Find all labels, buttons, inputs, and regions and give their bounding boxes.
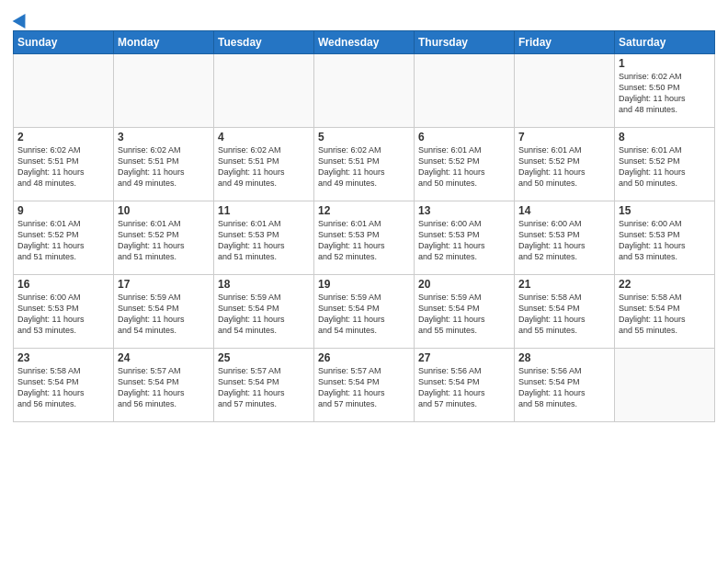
day-info: Sunrise: 6:01 AM Sunset: 5:53 PM Dayligh… <box>218 218 310 263</box>
weekday-header-sunday: Sunday <box>14 31 114 54</box>
day-info: Sunrise: 5:58 AM Sunset: 5:54 PM Dayligh… <box>17 365 109 410</box>
day-number: 11 <box>218 204 310 217</box>
day-cell: 6Sunrise: 6:01 AM Sunset: 5:52 PM Daylig… <box>415 128 515 201</box>
weekday-header-wednesday: Wednesday <box>314 31 415 54</box>
day-info: Sunrise: 6:00 AM Sunset: 5:53 PM Dayligh… <box>518 218 610 263</box>
day-number: 3 <box>118 131 210 144</box>
day-number: 4 <box>218 131 310 144</box>
day-info: Sunrise: 5:58 AM Sunset: 5:54 PM Dayligh… <box>518 292 610 337</box>
day-info: Sunrise: 5:57 AM Sunset: 5:54 PM Dayligh… <box>118 365 210 410</box>
day-info: Sunrise: 5:56 AM Sunset: 5:54 PM Dayligh… <box>518 365 610 410</box>
day-info: Sunrise: 6:00 AM Sunset: 5:53 PM Dayligh… <box>17 292 109 337</box>
day-info: Sunrise: 5:59 AM Sunset: 5:54 PM Dayligh… <box>118 292 210 337</box>
day-cell: 19Sunrise: 5:59 AM Sunset: 5:54 PM Dayli… <box>314 275 415 349</box>
day-info: Sunrise: 6:00 AM Sunset: 5:53 PM Dayligh… <box>619 218 711 263</box>
day-cell: 7Sunrise: 6:01 AM Sunset: 5:52 PM Daylig… <box>515 128 615 201</box>
day-number: 2 <box>17 131 109 144</box>
weekday-header-tuesday: Tuesday <box>214 31 314 54</box>
day-cell <box>515 54 615 128</box>
day-cell: 20Sunrise: 5:59 AM Sunset: 5:54 PM Dayli… <box>415 275 515 349</box>
day-info: Sunrise: 6:00 AM Sunset: 5:53 PM Dayligh… <box>418 218 510 263</box>
day-info: Sunrise: 6:01 AM Sunset: 5:53 PM Dayligh… <box>318 218 410 263</box>
day-info: Sunrise: 6:02 AM Sunset: 5:51 PM Dayligh… <box>218 144 310 190</box>
day-info: Sunrise: 5:57 AM Sunset: 5:54 PM Dayligh… <box>218 365 310 410</box>
day-info: Sunrise: 6:01 AM Sunset: 5:52 PM Dayligh… <box>518 144 610 190</box>
day-cell: 3Sunrise: 6:02 AM Sunset: 5:51 PM Daylig… <box>114 128 214 201</box>
logo-triangle-icon <box>13 10 32 29</box>
logo <box>13 13 29 26</box>
day-number: 7 <box>518 131 610 144</box>
day-number: 9 <box>17 204 109 217</box>
day-number: 17 <box>118 278 210 291</box>
day-number: 27 <box>418 351 510 364</box>
header <box>13 9 715 26</box>
day-info: Sunrise: 5:57 AM Sunset: 5:54 PM Dayligh… <box>318 365 410 410</box>
day-number: 16 <box>17 278 109 291</box>
day-cell: 13Sunrise: 6:00 AM Sunset: 5:53 PM Dayli… <box>415 201 515 275</box>
day-cell: 8Sunrise: 6:01 AM Sunset: 5:52 PM Daylig… <box>615 128 715 201</box>
weekday-header-saturday: Saturday <box>615 31 715 54</box>
day-cell <box>314 54 415 128</box>
day-cell: 9Sunrise: 6:01 AM Sunset: 5:52 PM Daylig… <box>14 201 114 275</box>
day-number: 12 <box>318 204 410 217</box>
page: SundayMondayTuesdayWednesdayThursdayFrid… <box>0 0 728 563</box>
week-row-1: 1Sunrise: 6:02 AM Sunset: 5:50 PM Daylig… <box>14 54 715 128</box>
day-number: 13 <box>418 204 510 217</box>
calendar: SundayMondayTuesdayWednesdayThursdayFrid… <box>13 30 715 422</box>
day-cell: 18Sunrise: 5:59 AM Sunset: 5:54 PM Dayli… <box>214 275 314 349</box>
weekday-header-thursday: Thursday <box>415 31 515 54</box>
day-cell: 26Sunrise: 5:57 AM Sunset: 5:54 PM Dayli… <box>314 349 415 422</box>
day-cell: 22Sunrise: 5:58 AM Sunset: 5:54 PM Dayli… <box>615 275 715 349</box>
day-cell: 23Sunrise: 5:58 AM Sunset: 5:54 PM Dayli… <box>14 349 114 422</box>
day-cell: 4Sunrise: 6:02 AM Sunset: 5:51 PM Daylig… <box>214 128 314 201</box>
day-info: Sunrise: 5:59 AM Sunset: 5:54 PM Dayligh… <box>418 292 510 337</box>
week-row-2: 2Sunrise: 6:02 AM Sunset: 5:51 PM Daylig… <box>14 128 715 201</box>
weekday-header-monday: Monday <box>114 31 214 54</box>
day-number: 28 <box>518 351 610 364</box>
day-number: 21 <box>518 278 610 291</box>
day-cell: 24Sunrise: 5:57 AM Sunset: 5:54 PM Dayli… <box>114 349 214 422</box>
day-cell <box>415 54 515 128</box>
day-info: Sunrise: 6:02 AM Sunset: 5:51 PM Dayligh… <box>118 144 210 190</box>
day-number: 24 <box>118 351 210 364</box>
day-cell: 1Sunrise: 6:02 AM Sunset: 5:50 PM Daylig… <box>615 54 715 128</box>
weekday-header-row: SundayMondayTuesdayWednesdayThursdayFrid… <box>14 31 715 54</box>
day-cell: 10Sunrise: 6:01 AM Sunset: 5:52 PM Dayli… <box>114 201 214 275</box>
day-info: Sunrise: 5:56 AM Sunset: 5:54 PM Dayligh… <box>418 365 510 410</box>
weekday-header-friday: Friday <box>515 31 615 54</box>
day-cell <box>114 54 214 128</box>
day-cell: 14Sunrise: 6:00 AM Sunset: 5:53 PM Dayli… <box>515 201 615 275</box>
week-row-4: 16Sunrise: 6:00 AM Sunset: 5:53 PM Dayli… <box>14 275 715 349</box>
day-cell: 16Sunrise: 6:00 AM Sunset: 5:53 PM Dayli… <box>14 275 114 349</box>
day-info: Sunrise: 6:01 AM Sunset: 5:52 PM Dayligh… <box>418 144 510 190</box>
day-number: 6 <box>418 131 510 144</box>
day-number: 10 <box>118 204 210 217</box>
day-info: Sunrise: 6:02 AM Sunset: 5:50 PM Dayligh… <box>619 71 711 116</box>
day-cell: 21Sunrise: 5:58 AM Sunset: 5:54 PM Dayli… <box>515 275 615 349</box>
day-number: 1 <box>619 57 711 70</box>
day-cell <box>615 349 715 422</box>
day-cell: 27Sunrise: 5:56 AM Sunset: 5:54 PM Dayli… <box>415 349 515 422</box>
day-info: Sunrise: 5:59 AM Sunset: 5:54 PM Dayligh… <box>318 292 410 337</box>
day-number: 8 <box>619 131 711 144</box>
day-cell <box>214 54 314 128</box>
day-number: 15 <box>619 204 711 217</box>
day-cell: 15Sunrise: 6:00 AM Sunset: 5:53 PM Dayli… <box>615 201 715 275</box>
week-row-3: 9Sunrise: 6:01 AM Sunset: 5:52 PM Daylig… <box>14 201 715 275</box>
day-number: 5 <box>318 131 410 144</box>
day-info: Sunrise: 5:58 AM Sunset: 5:54 PM Dayligh… <box>619 292 711 337</box>
day-number: 14 <box>518 204 610 217</box>
day-info: Sunrise: 5:59 AM Sunset: 5:54 PM Dayligh… <box>218 292 310 337</box>
week-row-5: 23Sunrise: 5:58 AM Sunset: 5:54 PM Dayli… <box>14 349 715 422</box>
day-info: Sunrise: 6:01 AM Sunset: 5:52 PM Dayligh… <box>619 144 711 190</box>
day-info: Sunrise: 6:01 AM Sunset: 5:52 PM Dayligh… <box>118 218 210 263</box>
day-cell: 5Sunrise: 6:02 AM Sunset: 5:51 PM Daylig… <box>314 128 415 201</box>
day-number: 23 <box>17 351 109 364</box>
day-cell: 28Sunrise: 5:56 AM Sunset: 5:54 PM Dayli… <box>515 349 615 422</box>
day-info: Sunrise: 6:02 AM Sunset: 5:51 PM Dayligh… <box>17 144 109 190</box>
day-cell: 12Sunrise: 6:01 AM Sunset: 5:53 PM Dayli… <box>314 201 415 275</box>
day-number: 25 <box>218 351 310 364</box>
day-cell: 17Sunrise: 5:59 AM Sunset: 5:54 PM Dayli… <box>114 275 214 349</box>
day-info: Sunrise: 6:02 AM Sunset: 5:51 PM Dayligh… <box>318 144 410 190</box>
day-info: Sunrise: 6:01 AM Sunset: 5:52 PM Dayligh… <box>17 218 109 263</box>
